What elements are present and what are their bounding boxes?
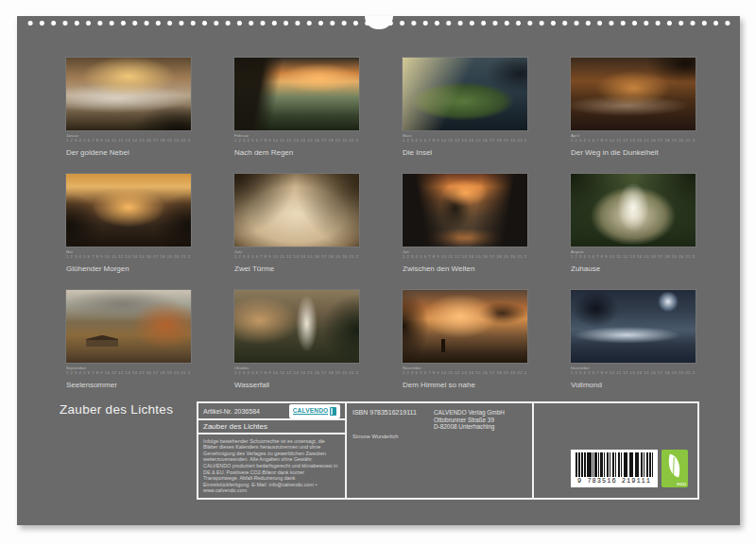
calvendo-logo: CALVENDO [289, 404, 340, 418]
barcode: 9 783516 219111 [571, 450, 658, 487]
month-cell-juni: Juni 1 2 3 4 5 6 7 8 9 10 11 12 13 14 15… [234, 174, 359, 273]
imprint-box: Artikel-Nr. 2036584 CALVENDO Zauber des … [197, 401, 699, 500]
image-caption: Zwischen den Welten [403, 264, 527, 273]
mini-dates-row: 1 2 3 4 5 6 7 8 9 10 11 12 13 14 15 16 1… [66, 254, 191, 259]
mini-dates-row: 1 2 3 4 5 6 7 8 9 10 11 12 13 14 15 16 1… [403, 254, 527, 259]
month-cell-mai: Mai 1 2 3 4 5 6 7 8 9 10 11 12 13 14 15 … [66, 174, 191, 273]
calvendo-book-icon [330, 407, 336, 416]
month-cell-februar: Februar 1 2 3 4 5 6 7 8 9 10 11 12 13 14… [234, 58, 359, 157]
month-cell-januar: Januar 1 2 3 4 5 6 7 8 9 10 11 12 13 14 … [66, 58, 191, 157]
thumbnail-image-juli [403, 174, 527, 247]
image-caption: Glühender Morgen [66, 264, 191, 273]
month-cell-dezember: Dezember 1 2 3 4 5 6 7 8 9 10 11 12 13 1… [571, 290, 696, 389]
calvendo-logo-text: CALVENDO [293, 407, 329, 415]
image-caption: Zwei Türme [234, 264, 359, 273]
eco-label: eco [677, 481, 686, 486]
calendar-title: Zauber des Lichtes [60, 402, 173, 417]
mini-dates-row: 1 2 3 4 5 6 7 8 9 10 11 12 13 14 15 16 1… [234, 370, 359, 375]
image-caption: Die Insel [403, 148, 527, 157]
month-cell-maerz: März 1 2 3 4 5 6 7 8 9 10 11 12 13 14 15… [403, 58, 527, 157]
image-caption: Nach dem Regen [234, 148, 359, 157]
image-caption: Vollmond [571, 381, 696, 389]
month-cell-april: April 1 2 3 4 5 6 7 8 9 10 11 12 13 14 1… [571, 58, 696, 157]
month-cell-august: August 1 2 3 4 5 6 7 8 9 10 11 12 13 14 … [571, 174, 696, 273]
artikel-row: Artikel-Nr. 2036584 CALVENDO [198, 403, 345, 420]
leaf-icon [665, 454, 684, 478]
thumbnail-image-juni [234, 174, 359, 247]
legal-row: Infolge bestehender Schutzrechte ist es … [198, 434, 345, 498]
mini-dates-row: 1 2 3 4 5 6 7 8 9 10 11 12 13 14 15 16 1… [234, 254, 359, 259]
image-caption: Dem Himmel so nahe [403, 381, 527, 389]
imprint-title: Zauber des Lichtes [203, 422, 267, 431]
legal-text: Infolge bestehender Schutzrechte ist es … [203, 438, 340, 494]
mini-dates-row: 1 2 3 4 5 6 7 8 9 10 11 12 13 14 15 16 1… [403, 370, 527, 375]
mini-dates-row: 1 2 3 4 5 6 7 8 9 10 11 12 13 14 15 16 1… [403, 138, 527, 143]
barcode-bars-icon [576, 452, 653, 477]
author-name: Simone Wunderlich [352, 434, 398, 439]
thumbnail-image-april [571, 58, 696, 130]
isbn-number: ISBN 9783516219111 [352, 409, 417, 416]
barcode-number: 9 783516 219111 [576, 477, 653, 485]
image-caption: Seelensommer [66, 381, 191, 389]
month-thumbnail-grid: Januar 1 2 3 4 5 6 7 8 9 10 11 12 13 14 … [66, 58, 696, 389]
thumbnail-image-februar [234, 58, 359, 130]
imprint-right-column: 9 783516 219111 eco [534, 403, 697, 498]
thumbnail-image-januar [66, 58, 191, 130]
eco-badge: eco [662, 450, 688, 487]
image-caption: Der Weg in die Dunkelheit [571, 148, 696, 157]
mini-dates-row: 1 2 3 4 5 6 7 8 9 10 11 12 13 14 15 16 1… [66, 370, 191, 375]
imprint-middle-column: ISBN 9783516219111 CALVENDO Verlag GmbH … [347, 403, 534, 498]
month-cell-september: September 1 2 3 4 5 6 7 8 9 10 11 12 13 … [66, 290, 191, 389]
artikel-number: Artikel-Nr. 2036584 [203, 408, 260, 415]
thumbnail-image-november [403, 290, 527, 363]
thumbnail-image-dezember [571, 290, 696, 363]
mini-dates-row: 1 2 3 4 5 6 7 8 9 10 11 12 13 14 15 16 1… [66, 138, 191, 143]
publisher-address: CALVENDO Verlag GmbH Ottobrunner Straße … [434, 409, 505, 431]
thumbnail-image-mai [66, 174, 191, 247]
publisher-street: Ottobrunner Straße 39 [434, 417, 505, 424]
publisher-name: CALVENDO Verlag GmbH [434, 409, 505, 417]
month-cell-november: November 1 2 3 4 5 6 7 8 9 10 11 12 13 1… [403, 290, 527, 389]
imprint-title-row: Zauber des Lichtes [198, 420, 345, 434]
publisher-city: D-82008 Unterhaching [434, 423, 505, 431]
mini-dates-row: 1 2 3 4 5 6 7 8 9 10 11 12 13 14 15 16 1… [571, 254, 696, 259]
month-cell-juli: Juli 1 2 3 4 5 6 7 8 9 10 11 12 13 14 15… [403, 174, 527, 273]
mini-dates-row: 1 2 3 4 5 6 7 8 9 10 11 12 13 14 15 16 1… [571, 138, 696, 143]
mini-dates-row: 1 2 3 4 5 6 7 8 9 10 11 12 13 14 15 16 1… [234, 138, 359, 143]
imprint-left-column: Artikel-Nr. 2036584 CALVENDO Zauber des … [198, 403, 347, 498]
thumbnail-image-september [66, 290, 191, 363]
thumbnail-image-august [571, 174, 696, 247]
calendar-back-page-photo: Januar 1 2 3 4 5 6 7 8 9 10 11 12 13 14 … [0, 0, 756, 545]
thumbnail-image-maerz [403, 58, 527, 130]
image-caption: Zuhause [571, 264, 696, 273]
thumbnail-image-oktober [234, 290, 359, 363]
image-caption: Wasserfall [234, 381, 359, 389]
month-cell-oktober: Oktober 1 2 3 4 5 6 7 8 9 10 11 12 13 14… [234, 290, 359, 389]
calendar-sheet: Januar 1 2 3 4 5 6 7 8 9 10 11 12 13 14 … [17, 16, 740, 525]
mini-dates-row: 1 2 3 4 5 6 7 8 9 10 11 12 13 14 15 16 1… [571, 370, 696, 375]
image-caption: Der goldene Nebel [66, 148, 191, 157]
